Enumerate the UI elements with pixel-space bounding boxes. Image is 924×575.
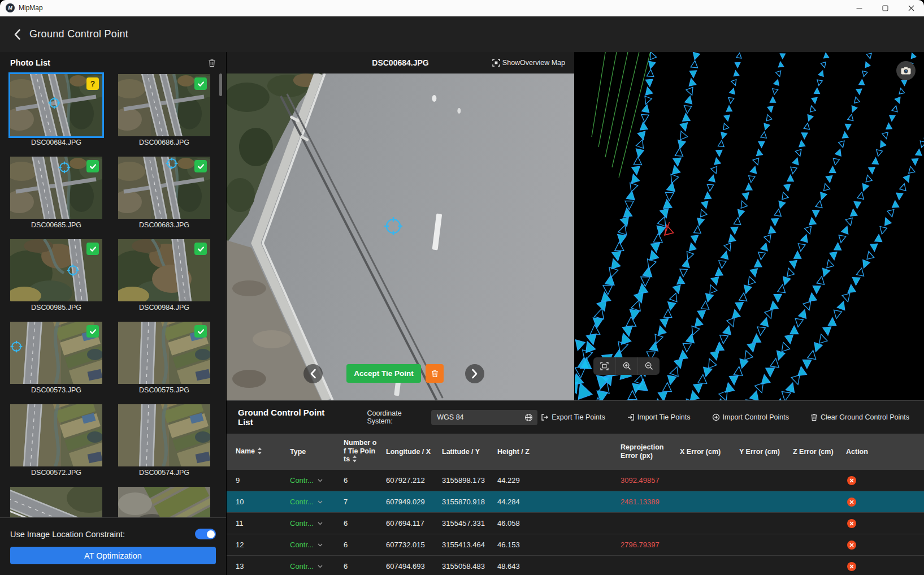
photo-thumbnail[interactable] [118,487,210,517]
import-tie-points-button[interactable]: Import Tie Points [623,413,694,422]
photo-thumbnail[interactable]: DSC00984.JPG [118,239,210,312]
cell-reprojection-error: 2481.13389 [621,498,680,506]
maximize-button[interactable] [872,0,898,16]
constraint-label: Use Image Location Constraint: [10,530,125,539]
gcp-list-title: Ground Control Point List [238,408,338,427]
cell-longitude: 607732.015 [386,541,442,549]
import-icon [627,413,635,421]
sort-icon [257,447,262,457]
type-dropdown[interactable]: Contr... [290,519,323,528]
close-icon [908,5,914,11]
cell-height: 46.153 [497,541,621,549]
photo-thumbnail[interactable]: DSC00985.JPG [10,239,102,312]
cell-height: 48.643 [497,562,621,570]
import-control-points-button[interactable]: Import Control Points [709,413,792,422]
fit-view-button[interactable] [593,357,615,375]
camera-view-button[interactable] [896,61,916,80]
column-header-z-error-cm-: Z Error (cm) [793,448,846,456]
close-icon [849,543,854,547]
delete-tie-point-button[interactable] [426,364,444,383]
gcp-table-row[interactable]: 9Contr...6607927.2123155898.17344.229309… [227,470,924,491]
previous-photo-button[interactable] [303,364,323,383]
column-header-name[interactable]: Name [236,447,290,457]
gcp-table-row[interactable]: 13Contr...6607494.6933155058.48348.643 [227,556,924,575]
use-image-location-toggle[interactable] [195,529,216,539]
photo-thumbnail[interactable]: ?DSC00684.JPG [10,74,102,146]
tie-point-marker-icon [10,340,23,353]
cell-latitude: 3155058.483 [442,562,497,570]
zoom-out-button[interactable] [637,357,660,375]
type-dropdown[interactable]: Contr... [290,541,323,549]
photo-canvas[interactable]: Accept Tie Point [227,74,574,400]
at-optimization-button[interactable]: AT Optimization [10,547,216,564]
tie-point-marker-icon [58,161,71,174]
photo-thumbnail[interactable]: DSC00574.JPG [118,404,210,477]
type-dropdown[interactable]: Contr... [290,562,323,570]
photo-thumbnail[interactable]: DSC00683.JPG [118,157,210,229]
cell-latitude: 3155413.464 [442,541,497,549]
clear-ground-control-points-button[interactable]: Clear Ground Control Points [807,413,913,422]
photo-thumbnail[interactable]: DSC00572.JPG [10,404,102,477]
next-photo-button[interactable] [465,364,484,383]
photo-thumbnail[interactable]: DSC00685.JPG [10,157,102,229]
type-dropdown[interactable]: Contr... [290,476,323,485]
column-header-reprojection-error-px-: Reprojection Error (px) [621,443,680,460]
gcp-panel: Ground Control Point List Coordinate Sys… [227,400,924,575]
cell-type: Contr... [290,476,344,485]
column-header-height-z: Height / Z [497,448,621,456]
delete-gcp-button[interactable] [847,498,856,507]
photo-thumbnail[interactable]: DSC00686.JPG [118,74,210,146]
photo-thumbnail[interactable]: DSC00575.JPG [118,322,210,394]
cell-tie-points: 6 [344,476,386,485]
overview-map-icon [492,59,500,67]
coordinate-system-select[interactable]: WGS 84 [431,410,537,425]
column-header-x-error-cm-: X Error (cm) [680,448,739,456]
photo-thumbnail[interactable]: DSC00573.JPG [10,322,102,394]
column-header-number-of-tie-points[interactable]: Number of Tie Points [344,439,378,465]
camera-flightlines-svg [575,52,924,400]
close-button[interactable] [898,0,924,16]
photo-filename: DSC00573.JPG [10,386,102,394]
photo-grid: ?DSC00684.JPG DSC00686.JPG DSC00685.JPG [10,74,226,517]
photo-filename: DSC00574.JPG [118,469,210,477]
show-overview-map-button[interactable]: ShowOverview Map [489,58,569,67]
gcp-table-body: 9Contr...6607927.2123155898.17344.229309… [227,470,924,575]
gcp-table-row[interactable]: 11Contr...6607694.1173155457.33146.058 [227,513,924,534]
accept-tie-point-button[interactable]: Accept Tie Point [346,364,421,383]
gcp-table-row[interactable]: 10Contr...7607949.0293155870.91844.28424… [227,491,924,513]
delete-gcp-button[interactable] [847,541,856,550]
photo-list-sidebar: Photo List ?DSC00684.JPG [0,52,227,575]
app-logo-icon: M [6,3,15,12]
photo-filename: DSC00686.JPG [118,139,210,146]
accepted-badge-icon [86,160,99,172]
accepted-badge-icon [86,243,99,255]
cell-name: 12 [236,541,290,549]
cell-action [846,476,924,485]
tie-point-marker-icon [48,97,60,109]
zoom-in-button[interactable] [615,357,637,375]
photo-list-scrollbar[interactable] [219,74,222,96]
back-button[interactable] [14,29,21,40]
minimize-button[interactable] [846,0,872,16]
gcp-table-row[interactable]: 12Contr...6607732.0153155413.46446.15327… [227,534,924,556]
photo-thumbnail-area: ?DSC00684.JPG DSC00686.JPG DSC00685.JPG [0,72,226,517]
chevron-down-icon [318,479,323,482]
chevron-left-icon [14,29,21,40]
photo-thumbnail[interactable] [10,487,102,517]
question-badge-icon: ? [86,77,99,90]
cell-longitude: 607494.693 [386,562,442,570]
delete-gcp-button[interactable] [847,562,856,571]
export-tie-points-button[interactable]: Export Tie Points [537,413,609,422]
close-icon [849,521,854,526]
delete-gcp-button[interactable] [847,476,856,485]
clear-photos-button[interactable] [208,59,216,67]
type-dropdown[interactable]: Contr... [290,498,323,506]
coordinate-system-label: Coordinate System: [367,409,427,425]
cell-height: 44.229 [497,476,621,485]
cell-height: 44.284 [497,498,621,506]
3d-camera-view[interactable] [575,52,924,400]
mipmap-window: M MipMap Ground Control Point Photo List [0,0,924,575]
tie-point-marker-icon [67,264,79,276]
delete-gcp-button[interactable] [847,519,856,528]
accepted-badge-icon [194,160,207,172]
